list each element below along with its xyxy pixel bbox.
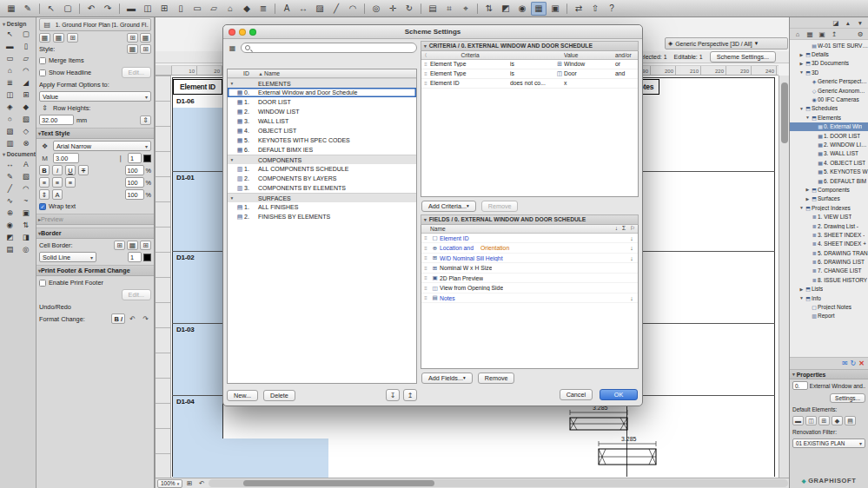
border-section[interactable]: Border xyxy=(36,228,154,239)
tool-text[interactable]: A xyxy=(18,158,35,170)
orbit-icon[interactable]: ↻ xyxy=(401,2,417,16)
layout-icon[interactable]: ▣ xyxy=(547,2,563,16)
criteria-column-header[interactable]: Criteria xyxy=(430,52,510,58)
criteria-row[interactable]: ≡ Element Type is ⊞ Window or xyxy=(421,60,638,69)
properties-panel-header[interactable]: Properties xyxy=(790,369,868,379)
tool-stair[interactable]: ≣ xyxy=(2,76,18,89)
criteria-value[interactable]: Window xyxy=(564,61,615,67)
navigator-item[interactable]: ▢ Project Notes xyxy=(790,302,868,311)
enable-print-footer-checkbox[interactable] xyxy=(39,280,46,287)
navigator-item[interactable]: ▶ ⬒ Components xyxy=(790,185,868,194)
snap-grid-icon[interactable]: ⌗ xyxy=(441,2,457,16)
row-height-input[interactable]: 32.00 xyxy=(39,115,74,125)
navigator-item[interactable]: ≣ 4. SHEET INDEX + xyxy=(790,240,868,248)
drag-handle-icon[interactable]: ≡ xyxy=(421,295,430,300)
tool-ramp[interactable]: ◢ xyxy=(18,76,35,89)
tool-hotspot[interactable]: ⊕ xyxy=(2,207,18,219)
tool-morph[interactable]: ◇ xyxy=(18,125,35,137)
navigator-item[interactable]: ◇ Generic Axonometric xyxy=(790,86,868,95)
field-sort-icon[interactable]: ↓ xyxy=(626,295,638,301)
tree-expand-icon[interactable]: ▶ xyxy=(798,52,805,57)
navigator-item[interactable]: ≣ 1. VIEW LIST xyxy=(790,212,868,221)
line-type-select[interactable]: Solid Line xyxy=(39,252,96,262)
navigator-item[interactable]: ▶ ⬒ Lists xyxy=(790,285,868,293)
tool-fill[interactable]: ▧ xyxy=(18,170,35,182)
selected-cells-column[interactable] xyxy=(173,108,222,478)
slab-tool-icon[interactable]: ▱ xyxy=(206,2,222,16)
sort-direction-icon[interactable]: ↓ xyxy=(615,225,618,232)
fill-tool-icon[interactable]: ▨ xyxy=(312,2,328,16)
navigator-gear-icon[interactable]: ⚙ xyxy=(855,30,865,39)
view-map-icon[interactable]: ▦ xyxy=(805,30,815,39)
zoom-level-select[interactable]: 100% xyxy=(157,479,182,488)
navigator-item[interactable]: ▦ 0. External Win xyxy=(790,122,868,131)
fit-in-window-icon[interactable]: ⊞ xyxy=(184,478,195,488)
collapse-up-icon[interactable]: ▴ xyxy=(843,18,853,28)
preview-section[interactable]: Preview xyxy=(36,214,154,225)
style-grid-icon-1[interactable]: ▦ xyxy=(39,33,50,43)
W/D Nominal Sill Height[interactable]: ≡ ⊞ W/D Nominal Sill Height ↓ xyxy=(421,254,638,264)
Notes[interactable]: ≡ ▤ Notes ↓ xyxy=(421,293,638,304)
schedule-icon[interactable]: ▦ xyxy=(531,2,547,16)
style-grid-icon-4[interactable]: ⊞ xyxy=(127,33,138,43)
tool-shell[interactable]: ◠ xyxy=(18,64,35,76)
gravity-icon[interactable]: ⌖ xyxy=(458,2,474,16)
tool-mesh[interactable]: ▨ xyxy=(2,125,18,137)
tool-spline[interactable]: ~ xyxy=(18,195,35,207)
renovation-filter-select[interactable]: 01 EXISTING PLAN xyxy=(792,439,865,448)
font-size-input[interactable]: 3.00 xyxy=(53,153,79,163)
hscroll-thumb[interactable] xyxy=(243,480,434,486)
text-pen-swatch[interactable] xyxy=(143,155,151,162)
vscroll-thumb[interactable] xyxy=(781,82,788,143)
criteria-row[interactable]: ≡ Element ID does not co... x xyxy=(421,79,638,89)
border-outline-icon[interactable]: ▦ xyxy=(127,241,138,250)
line-spacing-input[interactable]: 100 xyxy=(125,165,144,175)
beam-tool-icon[interactable]: ▭ xyxy=(189,2,205,16)
ELEMENTS[interactable]: ▾ ELEMENTS xyxy=(228,78,416,88)
style-grid-icon-5[interactable]: ▦ xyxy=(140,33,151,43)
message-icon[interactable]: ✉ xyxy=(842,359,848,367)
view-tab[interactable]: ▤ 1. Ground Floor Plan [1. Ground Fl... xyxy=(39,18,151,31)
field-name[interactable]: W/D Nominal Sill Height xyxy=(440,255,503,261)
tool-label[interactable]: ✎ xyxy=(2,170,18,182)
teamwork-icon[interactable]: ⇄ xyxy=(571,2,586,16)
hscroll-track[interactable] xyxy=(209,479,788,487)
navigator-item[interactable]: ▼ ⬒ Project Indexes xyxy=(790,203,868,212)
criteria-andor[interactable]: and xyxy=(615,70,638,76)
tool-window[interactable]: ⊞ xyxy=(18,89,35,101)
tree-expand-icon[interactable]: ▶ xyxy=(805,187,811,192)
tool-wall[interactable]: ▬ xyxy=(2,40,18,52)
navigator-item[interactable]: ▶ ⬒ Surfaces xyxy=(790,195,868,203)
footer-edit-button[interactable]: Edit... xyxy=(122,289,151,300)
schedule-cell[interactable]: D1-03 xyxy=(176,326,194,333)
valign-top-button[interactable]: ⇕ xyxy=(39,189,50,200)
drag-handle-icon[interactable]: ≡ xyxy=(421,266,430,271)
add-criteria-button[interactable]: Add Criteria... xyxy=(421,201,476,212)
pen-icon[interactable]: ✎ xyxy=(20,2,36,16)
navigator-item[interactable]: ▥ Report xyxy=(790,312,868,320)
tool-section[interactable]: ⇅ xyxy=(18,219,35,231)
sync-icon[interactable]: ↻ xyxy=(851,359,857,367)
zoom-icon[interactable]: ◎ xyxy=(368,2,384,16)
tool-polyline[interactable]: ∿ xyxy=(2,195,18,207)
close-window-button[interactable] xyxy=(229,29,235,36)
selected-cell-block[interactable] xyxy=(222,439,328,478)
drag-handle-icon[interactable]: ≡ xyxy=(421,246,430,251)
column-tool-icon[interactable]: ▯ xyxy=(173,2,189,16)
door-default-icon[interactable]: ◫ xyxy=(805,416,817,425)
new-scheme-button[interactable]: New... xyxy=(227,390,258,401)
navigator-item[interactable]: ◈ Generic Perspective xyxy=(790,77,868,86)
apply-format-select[interactable]: Value xyxy=(39,91,151,102)
tool-roof[interactable]: ⌂ xyxy=(2,64,18,76)
toolbar-icon[interactable] xyxy=(119,3,120,14)
View from Opening Side[interactable]: ≡ ◫ View from Opening Side xyxy=(421,283,638,293)
border-pen-input[interactable]: 1 xyxy=(128,252,142,262)
more-defaults-icon[interactable]: ▤ xyxy=(845,416,856,425)
tree-expand-icon[interactable]: ▼ xyxy=(798,295,805,300)
project-chooser-icon[interactable]: ◪ xyxy=(831,18,841,28)
border-pen-swatch[interactable] xyxy=(143,254,151,261)
navigator-item[interactable]: ≣ 7. CHANGE LIST xyxy=(790,267,868,275)
drag-handle-icon[interactable]: ≡ xyxy=(421,62,430,67)
border-none-icon[interactable]: ⊞ xyxy=(140,241,151,250)
Nominal W x H Size[interactable]: ≡ ⊞ Nominal W x H Size xyxy=(421,263,638,274)
